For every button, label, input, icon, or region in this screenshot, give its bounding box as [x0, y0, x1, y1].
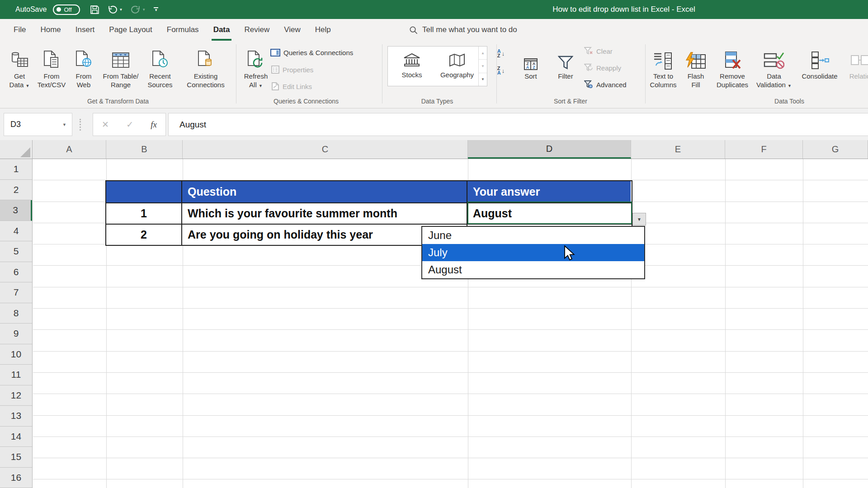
- filter-button[interactable]: Filter: [551, 44, 580, 80]
- save-button[interactable]: [90, 5, 99, 14]
- formula-buttons: ✕ ✓ fx: [93, 113, 166, 136]
- cell-c2-question-header[interactable]: Question: [182, 181, 467, 202]
- sort-button[interactable]: ZA AZ Sort: [517, 44, 545, 80]
- name-box-caret-icon: ▼: [62, 122, 66, 127]
- row-header-13[interactable]: 13: [0, 406, 32, 427]
- recent-sources-button[interactable]: Recent Sources: [142, 44, 178, 89]
- cancel-icon[interactable]: ✕: [102, 119, 109, 130]
- column-header-g[interactable]: G: [803, 140, 868, 159]
- get-data-button[interactable]: Get Data ▼: [3, 44, 36, 90]
- select-all-button[interactable]: [0, 140, 33, 159]
- filter-label: Filter: [551, 72, 580, 80]
- sort-ascending-button[interactable]: AZ ↓: [491, 46, 510, 61]
- customize-qat-caret: ▼: [154, 9, 158, 12]
- row-header-5[interactable]: 5: [0, 241, 32, 262]
- stocks-button[interactable]: Stocks: [392, 49, 432, 79]
- from-table-label-2: Range: [101, 80, 140, 89]
- tab-view[interactable]: View: [277, 19, 308, 41]
- queries-connections-button[interactable]: Queries & Connections: [270, 49, 353, 56]
- row-header-8[interactable]: 8: [0, 303, 32, 324]
- name-box[interactable]: D3 ▼: [4, 113, 72, 136]
- from-web-button[interactable]: From Web: [68, 44, 99, 89]
- remove-duplicates-button[interactable]: Remove Duplicates: [712, 44, 752, 89]
- enter-icon[interactable]: ✓: [126, 119, 133, 130]
- autosave-toggle[interactable]: Off: [53, 5, 80, 15]
- row-header-2[interactable]: 2: [0, 180, 32, 201]
- row-header-1[interactable]: 1: [0, 159, 32, 180]
- document-title: How to edit drop down list in Excel - Ex…: [497, 5, 750, 14]
- tab-review[interactable]: Review: [237, 19, 277, 41]
- row-header-15[interactable]: 15: [0, 447, 32, 468]
- row-header-4[interactable]: 4: [0, 221, 32, 242]
- dropdown-option-june[interactable]: June: [422, 227, 644, 244]
- formula-input[interactable]: August: [168, 113, 868, 136]
- cell-d3-answer[interactable]: August: [467, 203, 631, 224]
- advanced-filter-button[interactable]: Advanced: [584, 80, 627, 89]
- dropdown-option-july-highlighted[interactable]: July: [422, 244, 644, 261]
- undo-caret-icon: ▼: [119, 8, 123, 12]
- column-header-b[interactable]: B: [106, 140, 183, 159]
- gallery-scroll: ▲ ▼ ▼: [478, 47, 487, 86]
- recent-sources-label-1: Recent: [142, 72, 178, 80]
- get-data-icon: [3, 44, 36, 72]
- clear-filter-label: Clear: [596, 47, 613, 55]
- sort-za-icon-a: A: [497, 70, 501, 75]
- row-header-9[interactable]: 9: [0, 324, 32, 344]
- row-header-3-selected[interactable]: 3: [0, 200, 32, 221]
- flash-fill-label-1: Flash: [680, 72, 712, 80]
- cell-c3-question[interactable]: Which is your favourite summer month: [182, 203, 467, 224]
- row-header-11[interactable]: 11: [0, 365, 32, 385]
- tab-insert[interactable]: Insert: [68, 19, 102, 41]
- tab-help[interactable]: Help: [308, 19, 338, 41]
- from-table-range-button[interactable]: From Table/ Range: [101, 44, 140, 89]
- tab-formulas[interactable]: Formulas: [160, 19, 206, 41]
- row-header-6[interactable]: 6: [0, 262, 32, 283]
- tab-data[interactable]: Data: [206, 19, 237, 41]
- row-header-16[interactable]: 16: [0, 468, 32, 488]
- tab-page-layout[interactable]: Page Layout: [102, 19, 159, 41]
- row-header-12[interactable]: 12: [0, 385, 32, 406]
- gallery-down-icon[interactable]: ▼: [479, 60, 487, 73]
- undo-button[interactable]: ▼: [108, 5, 123, 14]
- properties-label: Properties: [283, 66, 313, 74]
- save-icon: [90, 5, 99, 14]
- dropdown-option-august[interactable]: August: [422, 261, 644, 278]
- row-header-7[interactable]: 7: [0, 282, 32, 303]
- tab-home[interactable]: Home: [33, 19, 68, 41]
- column-header-f[interactable]: F: [725, 140, 803, 159]
- cell-b3[interactable]: 1: [106, 203, 182, 224]
- cell-d2-answer-header[interactable]: Your answer: [467, 181, 631, 202]
- gallery-up-icon[interactable]: ▲: [479, 47, 487, 60]
- refresh-all-button[interactable]: Refresh All ▼: [240, 44, 272, 90]
- data-validation-button[interactable]: Data Validation ▼: [753, 44, 795, 90]
- geography-label: Geography: [437, 71, 477, 79]
- insert-function-icon[interactable]: fx: [151, 120, 157, 130]
- column-header-a[interactable]: A: [33, 140, 106, 159]
- customize-qat-button[interactable]: ▼: [154, 7, 158, 12]
- flash-fill-button[interactable]: Flash Fill: [680, 44, 712, 89]
- existing-connections-button[interactable]: Existing Connections: [183, 44, 228, 89]
- redo-icon: [131, 5, 141, 14]
- consolidate-button[interactable]: Consolidate: [798, 44, 841, 80]
- row-header-10[interactable]: 10: [0, 344, 32, 365]
- cell-b2[interactable]: [106, 181, 182, 202]
- row-header-14[interactable]: 14: [0, 427, 32, 447]
- tell-me-search[interactable]: Tell me what you want to do: [409, 19, 517, 41]
- formula-bar-handle[interactable]: [80, 119, 81, 131]
- gallery-more-icon[interactable]: ▼: [479, 73, 487, 86]
- in-cell-dropdown-button[interactable]: ▼: [632, 213, 646, 225]
- from-text-csv-button[interactable]: From Text/CSV: [34, 44, 69, 89]
- toggle-knob: [57, 7, 61, 12]
- sort-descending-button[interactable]: ZA ↓: [491, 63, 510, 78]
- geography-button[interactable]: Geography: [437, 49, 477, 79]
- text-to-columns-button[interactable]: Text to Columns: [646, 44, 681, 89]
- from-web-label-1: From: [68, 72, 99, 80]
- column-header-d-selected[interactable]: D: [468, 140, 631, 159]
- column-header-c[interactable]: C: [183, 140, 468, 159]
- sort-icon-z2: Z: [533, 66, 535, 69]
- cell-b4[interactable]: 2: [106, 225, 182, 245]
- data-validation-icon: [753, 44, 795, 72]
- tab-file[interactable]: File: [6, 19, 33, 41]
- from-text-label-2: Text/CSV: [34, 80, 69, 89]
- column-header-e[interactable]: E: [631, 140, 725, 159]
